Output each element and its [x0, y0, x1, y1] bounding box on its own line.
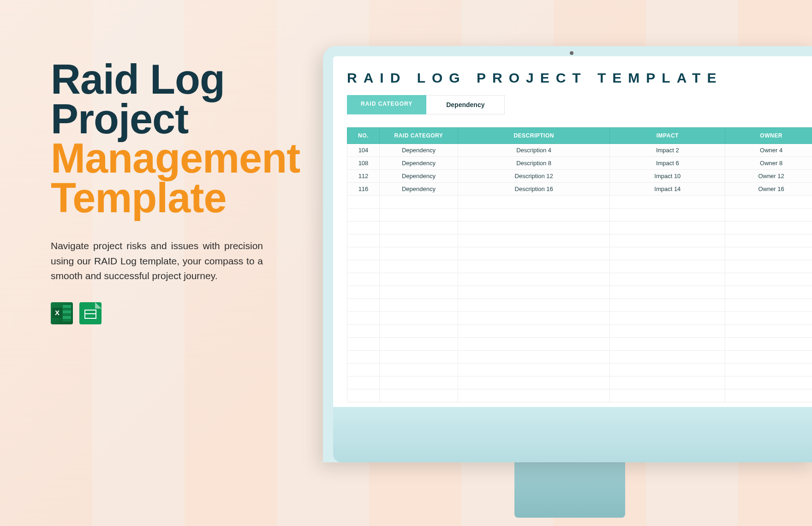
cell-empty[interactable] — [610, 196, 725, 209]
cell-empty[interactable] — [610, 338, 725, 351]
table-row-empty[interactable] — [347, 299, 812, 312]
cell-empty[interactable] — [725, 299, 812, 312]
cell-impact[interactable]: Impact 10 — [610, 170, 725, 183]
cell-empty[interactable] — [458, 338, 610, 351]
cell-cat[interactable]: Dependency — [379, 144, 458, 157]
cell-empty[interactable] — [379, 377, 458, 389]
cell-empty[interactable] — [347, 273, 380, 286]
cell-owner[interactable]: Owner 12 — [725, 170, 812, 183]
cell-empty[interactable] — [379, 260, 458, 273]
cell-desc[interactable]: Description 8 — [458, 157, 610, 170]
table-row-empty[interactable] — [347, 351, 812, 364]
cell-empty[interactable] — [725, 260, 812, 273]
cell-empty[interactable] — [379, 209, 458, 221]
cell-empty[interactable] — [458, 351, 610, 364]
cell-empty[interactable] — [379, 325, 458, 338]
table-row[interactable]: 104DependencyDescription 4Impact 2Owner … — [347, 144, 812, 157]
google-sheets-icon[interactable] — [79, 302, 102, 324]
cell-empty[interactable] — [610, 351, 725, 364]
cell-empty[interactable] — [379, 286, 458, 299]
cell-empty[interactable] — [458, 196, 610, 209]
cell-empty[interactable] — [379, 221, 458, 234]
cell-empty[interactable] — [458, 234, 610, 247]
cell-empty[interactable] — [379, 312, 458, 325]
cell-empty[interactable] — [347, 364, 380, 377]
cell-empty[interactable] — [458, 286, 610, 299]
cell-empty[interactable] — [725, 325, 812, 338]
cell-no[interactable]: 108 — [347, 157, 380, 170]
cell-empty[interactable] — [725, 389, 812, 402]
cell-empty[interactable] — [610, 377, 725, 389]
cell-empty[interactable] — [347, 234, 380, 247]
table-row[interactable]: 116DependencyDescription 16Impact 14Owne… — [347, 183, 812, 196]
cell-empty[interactable] — [610, 312, 725, 325]
cell-empty[interactable] — [725, 221, 812, 234]
cell-empty[interactable] — [347, 377, 380, 389]
cell-empty[interactable] — [347, 209, 380, 221]
table-row-empty[interactable] — [347, 286, 812, 299]
cell-cat[interactable]: Dependency — [379, 170, 458, 183]
cell-empty[interactable] — [610, 234, 725, 247]
cell-empty[interactable] — [610, 273, 725, 286]
table-row[interactable]: 112DependencyDescription 12Impact 10Owne… — [347, 170, 812, 183]
cell-empty[interactable] — [725, 234, 812, 247]
table-row-empty[interactable] — [347, 338, 812, 351]
cell-empty[interactable] — [347, 338, 380, 351]
cell-empty[interactable] — [347, 196, 380, 209]
cell-empty[interactable] — [610, 299, 725, 312]
cell-empty[interactable] — [347, 351, 380, 364]
cell-desc[interactable]: Description 16 — [458, 183, 610, 196]
table-row-empty[interactable] — [347, 247, 812, 260]
cell-empty[interactable] — [347, 299, 380, 312]
cell-empty[interactable] — [379, 351, 458, 364]
table-row-empty[interactable] — [347, 364, 812, 377]
cell-empty[interactable] — [610, 247, 725, 260]
cell-empty[interactable] — [379, 338, 458, 351]
table-row-empty[interactable] — [347, 221, 812, 234]
cell-empty[interactable] — [347, 260, 380, 273]
table-row-empty[interactable] — [347, 260, 812, 273]
cell-empty[interactable] — [610, 221, 725, 234]
cell-empty[interactable] — [458, 377, 610, 389]
cell-empty[interactable] — [379, 234, 458, 247]
cell-empty[interactable] — [347, 325, 380, 338]
cell-empty[interactable] — [379, 299, 458, 312]
cell-empty[interactable] — [458, 273, 610, 286]
cell-empty[interactable] — [610, 325, 725, 338]
cell-desc[interactable]: Description 4 — [458, 144, 610, 157]
cell-empty[interactable] — [458, 221, 610, 234]
table-row-empty[interactable] — [347, 325, 812, 338]
cell-empty[interactable] — [610, 389, 725, 402]
table-row-empty[interactable] — [347, 273, 812, 286]
table-row-empty[interactable] — [347, 312, 812, 325]
cell-cat[interactable]: Dependency — [379, 183, 458, 196]
cell-empty[interactable] — [610, 364, 725, 377]
cell-cat[interactable]: Dependency — [379, 157, 458, 170]
cell-empty[interactable] — [379, 273, 458, 286]
table-row-empty[interactable] — [347, 209, 812, 221]
table-row-empty[interactable] — [347, 377, 812, 389]
cell-impact[interactable]: Impact 2 — [610, 144, 725, 157]
tab-raid-category[interactable]: RAID CATEGORY — [347, 95, 426, 114]
cell-empty[interactable] — [725, 377, 812, 389]
cell-desc[interactable]: Description 12 — [458, 170, 610, 183]
cell-empty[interactable] — [458, 312, 610, 325]
cell-impact[interactable]: Impact 14 — [610, 183, 725, 196]
cell-empty[interactable] — [379, 389, 458, 402]
cell-empty[interactable] — [725, 209, 812, 221]
cell-empty[interactable] — [610, 209, 725, 221]
cell-owner[interactable]: Owner 8 — [725, 157, 812, 170]
cell-empty[interactable] — [379, 364, 458, 377]
cell-empty[interactable] — [458, 364, 610, 377]
cell-empty[interactable] — [347, 389, 380, 402]
cell-empty[interactable] — [347, 221, 380, 234]
cell-impact[interactable]: Impact 6 — [610, 157, 725, 170]
cell-owner[interactable]: Owner 4 — [725, 144, 812, 157]
cell-empty[interactable] — [725, 351, 812, 364]
cell-empty[interactable] — [347, 247, 380, 260]
cell-empty[interactable] — [458, 325, 610, 338]
cell-no[interactable]: 116 — [347, 183, 380, 196]
cell-owner[interactable]: Owner 16 — [725, 183, 812, 196]
cell-empty[interactable] — [725, 273, 812, 286]
cell-empty[interactable] — [725, 247, 812, 260]
